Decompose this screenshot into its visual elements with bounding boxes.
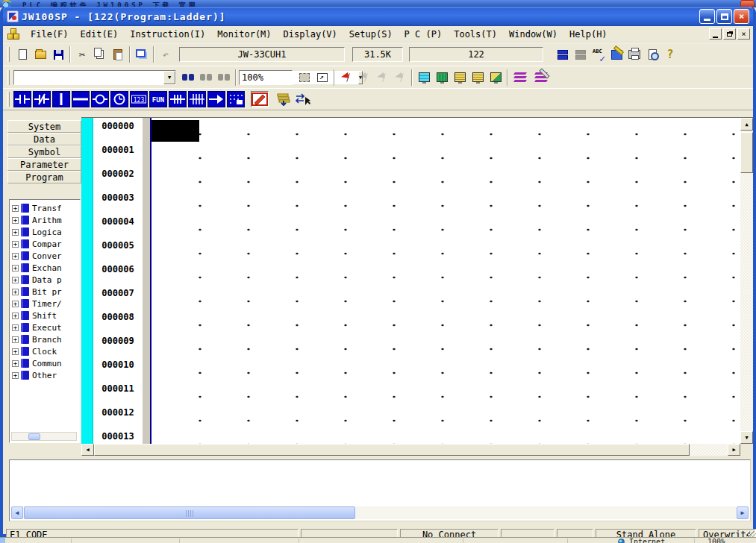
- background-window-statusbar[interactable]: Internet 100%: [0, 537, 756, 543]
- help-button[interactable]: ?: [661, 45, 679, 63]
- undo-button[interactable]: ↶: [157, 45, 175, 63]
- sidebar-tab-program[interactable]: Program: [7, 171, 81, 183]
- minimize-button[interactable]: [699, 9, 715, 24]
- scroll-down-button[interactable]: ▼: [740, 431, 753, 444]
- toolbar-grip[interactable]: [7, 92, 10, 107]
- online-write-button[interactable]: [531, 69, 552, 87]
- find-previous-button[interactable]: [197, 69, 215, 87]
- open-file-button[interactable]: [31, 45, 49, 63]
- vertical-scrollbar-thumb[interactable]: [740, 132, 753, 173]
- menu-instruction[interactable]: Instruction(I): [124, 28, 211, 41]
- set-bookmark-button[interactable]: [337, 69, 355, 87]
- horizontal-scrollbar-thumb[interactable]: [94, 444, 690, 456]
- expand-plus-icon[interactable]: +: [12, 336, 19, 343]
- menu-display[interactable]: Display(V): [278, 28, 343, 41]
- scroll-up-button[interactable]: ▲: [740, 118, 753, 131]
- multi-contact-up-button[interactable]: [188, 91, 206, 107]
- toolbar-grip[interactable]: [7, 70, 10, 85]
- sidebar-tab-parameter[interactable]: Parameter: [7, 158, 81, 171]
- program-check-button[interactable]: [607, 45, 625, 63]
- expand-plus-icon[interactable]: +: [12, 313, 19, 319]
- output-horizontal-scrollbar[interactable]: ◀ ▶: [11, 506, 749, 519]
- tree-item-compare[interactable]: +Compar: [12, 238, 80, 250]
- sampling-monitor-button[interactable]: [469, 69, 487, 87]
- duplicate-window-button[interactable]: [133, 45, 151, 63]
- contact-nc-button[interactable]: [33, 91, 51, 107]
- menu-window[interactable]: Window(W): [503, 28, 563, 41]
- insert-stack-button[interactable]: [275, 91, 293, 107]
- close-button[interactable]: ×: [734, 9, 749, 24]
- next-bookmark-button[interactable]: [355, 69, 373, 87]
- function-button[interactable]: FUN: [149, 91, 167, 107]
- titlebar[interactable]: JW100SP - [122(Program:Ladder)] ×: [3, 7, 753, 26]
- scroll-right-button[interactable]: ▶: [728, 444, 740, 456]
- tree-item-other[interactable]: +Other: [12, 369, 80, 381]
- trend-monitor-button[interactable]: [487, 69, 504, 87]
- tree-item-shift[interactable]: +Shift: [12, 310, 80, 321]
- menu-setup[interactable]: Setup(S): [343, 28, 399, 41]
- output-arrow-button[interactable]: [207, 91, 225, 107]
- new-file-button[interactable]: [13, 45, 31, 63]
- menu-file[interactable]: File(F): [25, 28, 75, 41]
- previous-bookmark-button[interactable]: [373, 69, 391, 87]
- expand-plus-icon[interactable]: +: [12, 277, 19, 283]
- clear-bookmarks-button[interactable]: [391, 69, 409, 87]
- instruction-list-convert-button[interactable]: [554, 45, 572, 63]
- mdi-minimize-button[interactable]: [709, 28, 722, 40]
- ladder-vertical-scrollbar[interactable]: ▲ ▼: [740, 118, 753, 444]
- expand-plus-icon[interactable]: +: [12, 229, 19, 236]
- tree-item-timer[interactable]: +Timer/: [12, 298, 80, 310]
- tree-item-convert[interactable]: +Conver: [12, 250, 80, 262]
- output-scroll-left-button[interactable]: ◀: [11, 506, 23, 519]
- expand-plus-icon[interactable]: +: [12, 289, 19, 295]
- print-preview-button[interactable]: [643, 45, 661, 63]
- find-button[interactable]: [179, 69, 197, 87]
- expand-plus-icon[interactable]: +: [12, 241, 19, 248]
- edit-cursor-cell[interactable]: [151, 120, 199, 142]
- tree-item-communication[interactable]: +Commun: [12, 357, 80, 369]
- mdi-document-icon[interactable]: [7, 28, 21, 40]
- syntax-check-button[interactable]: ABC✓: [590, 45, 607, 63]
- mdi-close-button[interactable]: ×: [737, 28, 750, 40]
- zoom-window-button[interactable]: [296, 69, 313, 87]
- tree-item-branch[interactable]: +Branch: [12, 333, 80, 345]
- save-button[interactable]: [49, 45, 67, 63]
- horizontal-line-button[interactable]: [72, 91, 90, 107]
- copy-button[interactable]: [91, 45, 109, 63]
- tree-item-bit-process[interactable]: +Bit pr: [12, 286, 80, 298]
- maximize-button[interactable]: [716, 9, 732, 24]
- sidebar-tab-symbol[interactable]: Symbol: [7, 145, 81, 158]
- vertical-line-button[interactable]: [52, 91, 70, 107]
- online-edit-button[interactable]: [510, 69, 531, 87]
- menu-edit[interactable]: Edit(E): [75, 28, 125, 41]
- output-scrollbar-thumb[interactable]: [24, 506, 355, 519]
- menu-monitor[interactable]: Monitor(M): [211, 28, 277, 41]
- ladder-horizontal-scrollbar[interactable]: ◀ ▶: [81, 444, 740, 456]
- menu-help[interactable]: Help(H): [563, 28, 613, 41]
- register-monitor-button[interactable]: [451, 69, 469, 87]
- tree-item-exchange[interactable]: +Exchan: [12, 262, 80, 274]
- swap-mode-button[interactable]: [294, 91, 312, 107]
- numeric-button[interactable]: 123: [130, 91, 148, 107]
- scroll-left-button[interactable]: ◀: [81, 444, 94, 456]
- tree-item-execute[interactable]: +Execut: [12, 321, 80, 333]
- tree-scrollbar-thumb[interactable]: [28, 433, 40, 440]
- coil-button[interactable]: [91, 91, 109, 107]
- expand-plus-icon[interactable]: +: [12, 324, 19, 331]
- multi-contact-down-button[interactable]: [169, 91, 187, 107]
- expand-plus-icon[interactable]: +: [12, 265, 19, 272]
- tree-item-data-process[interactable]: +Data p: [12, 274, 80, 286]
- ladder-convert-button[interactable]: [572, 45, 590, 63]
- edit-mode-button[interactable]: [251, 91, 269, 107]
- expand-plus-icon[interactable]: +: [12, 205, 19, 212]
- search-input[interactable]: [14, 71, 163, 84]
- tree-horizontal-scrollbar[interactable]: [11, 432, 77, 441]
- sidebar-tab-system[interactable]: System: [7, 120, 81, 133]
- find-next-button[interactable]: [215, 69, 233, 87]
- toolbar-grip[interactable]: [7, 47, 10, 62]
- sidebar-tab-data[interactable]: Data: [7, 133, 81, 145]
- output-scroll-right-button[interactable]: ▶: [737, 506, 749, 519]
- expand-plus-icon[interactable]: +: [12, 372, 19, 379]
- mdi-restore-button[interactable]: [723, 28, 736, 40]
- expand-plus-icon[interactable]: +: [12, 253, 19, 260]
